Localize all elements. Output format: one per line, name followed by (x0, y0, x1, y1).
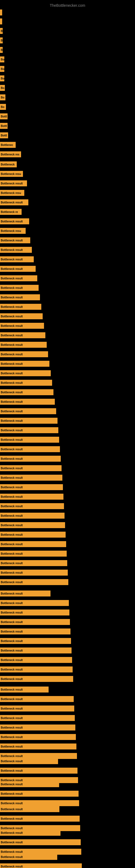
bar-row: Bottleneck result (0, 294, 40, 300)
bar-label: Bottleneck result (1, 562, 23, 565)
bar-row: Bottleneck result (0, 800, 79, 806)
bar-label: Bottleneck result (1, 688, 23, 691)
bar-label: Bottleneck (1, 163, 14, 166)
bar-row: Bo (0, 75, 4, 82)
bar-label: Bo (1, 96, 4, 99)
bar-label: Bottleneck result (1, 268, 23, 271)
bar-row: Bottleneck result (0, 676, 73, 682)
bar-row: Bottleneck result (0, 180, 27, 186)
bar-row: Bottleneck result (0, 503, 64, 509)
bar-row: Bottleneck result (0, 854, 57, 860)
bar-row: Bottleneck resu (0, 228, 26, 234)
bar-row: Bottleneck result (0, 863, 82, 868)
bar-row: Bottleneck result (0, 638, 71, 644)
bar-row: Bottleneck resu (0, 171, 23, 177)
bar-label: Bottleneck result (1, 248, 23, 251)
bar-label: Bottleneck result (1, 808, 23, 811)
bar-label: Bottleneck result (1, 726, 23, 729)
bar-row: Bottleneck re (0, 209, 21, 215)
bar-row: Bottleneck result (0, 657, 72, 663)
bar-label: Bottleneck result (1, 533, 23, 536)
bar-label: Bottleneck result (1, 524, 23, 527)
bar-label: Bottleneck result (1, 783, 23, 786)
bar-label: Bottleneck result (1, 668, 23, 671)
bar-row: Bottleneck result (0, 686, 49, 692)
bar-label: Bottleneck resu (1, 191, 21, 194)
bar-row: Bottleneck result (0, 427, 58, 433)
bar-label: Bottleneck result (1, 717, 23, 720)
bar-label: Bottleneck result (1, 457, 23, 460)
bar-row: Bottleneck result (0, 256, 34, 262)
bar-label: Bottleneck result (1, 760, 23, 763)
bar-row (0, 9, 2, 16)
bar-row: Bottleneck result (0, 734, 76, 740)
bar-label: Bottleneck result (1, 659, 23, 661)
bar-row: Bottleneck result (0, 619, 70, 625)
bar-label: Bottleneck result (1, 841, 23, 844)
bar-label: Bottleneck result (1, 220, 23, 223)
bar-label: Bottleneck result (1, 315, 23, 318)
bar-row: Bo (0, 104, 6, 110)
bar-label: Bo (1, 67, 4, 70)
bar-row: Bottleneck result (0, 475, 62, 480)
bar-label: Bottleneck result (1, 649, 23, 652)
bar-label: Bottleneck result (1, 467, 23, 470)
bar-label: Bottleneck result (1, 429, 23, 432)
bar-row: Bottleneck result (0, 332, 45, 338)
bar-row: Bottleneck result (0, 484, 63, 490)
bar-label: Bottleneck result (1, 410, 23, 413)
bar-row: Bottleneck result (0, 275, 37, 281)
bar-label: B (1, 39, 3, 42)
bar-row: Bottleneck result (0, 323, 44, 329)
bar-row: Bottleneck result (0, 237, 30, 243)
bar-row: Bottl (0, 113, 8, 119)
bar-row: Bottleneck result (0, 830, 60, 836)
bar-row: Bottleneck result (0, 648, 72, 653)
bar-label: Bottleneck result (1, 296, 23, 299)
bar-row: Bottleneck result (0, 285, 39, 291)
bar-label: Bottl (1, 115, 7, 118)
bar-label: Bottleneck result (1, 630, 23, 633)
bar-row: Bottleneck result (0, 724, 75, 731)
bar-row: Bo (0, 66, 4, 72)
bar-row: Bottleneck result (0, 437, 59, 443)
bar-label: Bottl (1, 124, 7, 127)
bar-row: Bottleneck result (0, 370, 51, 376)
bar-label: Bottleneck result (1, 552, 23, 555)
bar-row: Bottlenec (0, 142, 16, 148)
bar-row: Bottl (0, 123, 8, 129)
bar-label: Bottleneck result (1, 745, 23, 748)
bar-row: B (0, 28, 3, 34)
bar-row: Bottleneck result (0, 715, 75, 721)
bar-row: Bottleneck result (0, 351, 48, 357)
bar-row: Bottleneck result (0, 513, 64, 519)
bar-label: Bottleneck result (1, 400, 23, 403)
bar-label: Bottleneck result (1, 258, 23, 261)
bar-label: Bo (1, 105, 4, 108)
bar-row: Bottleneck result (0, 199, 28, 205)
bar-row: Bottleneck result (0, 590, 50, 596)
bar-row: Bottleneck result (0, 706, 74, 712)
bar-row: Bottleneck result (0, 839, 81, 845)
bar-label: Bottleneck result (1, 581, 23, 584)
bar-label: B (1, 49, 3, 52)
bar-label: Bottleneck result (1, 324, 23, 328)
bar-row: Bottleneck result (0, 600, 69, 606)
bar-row: Bottleneck result (0, 304, 41, 310)
bar-label: Bottleneck result (1, 802, 23, 805)
bar-row: Bottleneck result (0, 380, 52, 386)
bar-row: Bottleneck result (0, 247, 32, 253)
bar-label: Bottleneck result (1, 769, 23, 772)
bar-label: Bottleneck res (1, 153, 19, 156)
bar-label: Bottleneck result (1, 571, 23, 574)
bar-row: Bottleneck result (0, 666, 73, 673)
bar-label: Bottleneck result (1, 592, 23, 595)
bar-row: Bottleneck result (0, 342, 47, 348)
bar-label: Bottleneck result (1, 353, 23, 356)
bar-row: Bo (0, 94, 5, 100)
bar-row: Bottleneck resu (0, 190, 24, 196)
bar-label: Bottleneck result (1, 448, 23, 451)
bar-label: Bottleneck result (1, 486, 23, 489)
bar-row: Bottleneck result (0, 579, 68, 585)
bar-label: Bo (1, 87, 4, 90)
